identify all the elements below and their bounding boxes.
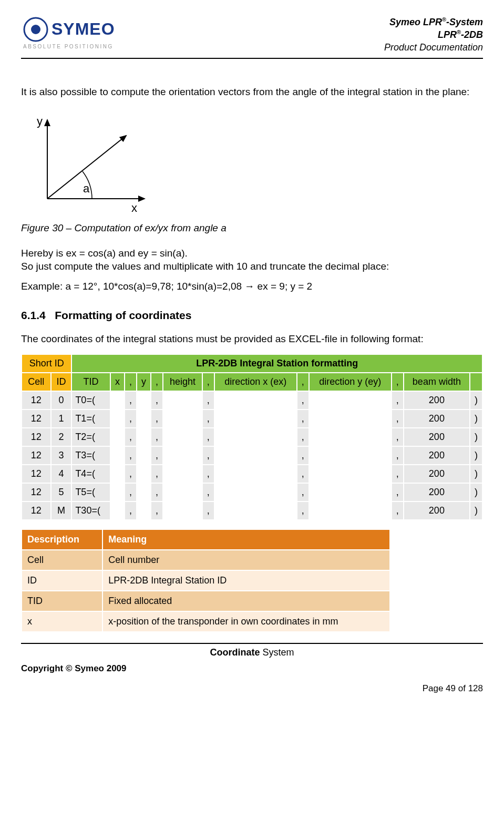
logo-block: SYMEO ABSOLUTE POSITIONING (21, 16, 126, 53)
page-header: SYMEO ABSOLUTE POSITIONING Symeo LPR®-Sy… (21, 16, 483, 59)
col-short-id: Short ID (22, 354, 71, 373)
formatting-table: Short ID LPR-2DB Integral Station format… (21, 354, 483, 520)
footer-copyright: Copyright © Symeo 2009 (21, 663, 483, 674)
table-row: 122T2=(,,,,,200) (22, 428, 482, 446)
col-comma: , (202, 373, 214, 391)
col-dirx: direction x (ex) (214, 373, 297, 391)
table-row: 121T1=(,,,,,200) (22, 409, 482, 428)
col-main-title: LPR-2DB Integral Station formatting (71, 354, 482, 373)
paragraph-intro: It is also possible to compute the orien… (21, 85, 483, 99)
col-comma: , (392, 373, 404, 391)
col-comma: , (297, 373, 309, 391)
svg-text:SYMEO: SYMEO (52, 19, 115, 38)
table-row: xx-position of the transponder in own co… (22, 611, 390, 632)
description-table: Description Meaning CellCell numberIDLPR… (21, 529, 390, 632)
svg-text:x: x (131, 201, 137, 214)
angle-diagram: y x a (21, 109, 483, 217)
table-row: TIDFixed allocated (22, 591, 390, 611)
col-cell: Cell (22, 373, 51, 391)
col-id: ID (51, 373, 72, 391)
footer-page-number: Page 49 of 128 (21, 683, 483, 694)
header-right-text: Symeo LPR®-System LPR®-2DB Product Docum… (384, 16, 483, 54)
figure-caption: Figure 30 – Computation of ex/yx from an… (21, 222, 483, 234)
table-row: CellCell number (22, 550, 390, 570)
col-height: height (163, 373, 202, 391)
paragraph-formula: Hereby is ex = cos(a) and ey = sin(a). S… (21, 247, 483, 273)
table-row: IDLPR-2DB Integral Station ID (22, 570, 390, 591)
table-row: 124T4=(,,,,,200) (22, 465, 482, 483)
page-footer: Coordinate System Copyright © Symeo 2009… (21, 643, 483, 694)
section-heading: 6.1.4 Formatting of coordinates (21, 309, 483, 322)
col-y: y (137, 373, 151, 391)
footer-section-title: Coordinate System (21, 647, 483, 658)
svg-text:ABSOLUTE POSITIONING: ABSOLUTE POSITIONING (23, 44, 114, 49)
col-x: x (110, 373, 125, 391)
col-description: Description (22, 529, 102, 550)
paragraph-format: The coordinates of the integral stations… (21, 332, 483, 346)
svg-text:y: y (37, 115, 43, 128)
paragraph-example: Example: a = 12°, 10*cos(a)=9,78; 10*sin… (21, 280, 483, 293)
table-row: 125T5=(,,,,,200) (22, 483, 482, 501)
table-row: 120T0=(,,,,,200) (22, 391, 482, 409)
col-comma: , (125, 373, 137, 391)
table-row: 12MT30=(,,,,,200) (22, 501, 482, 520)
col-tid: TID (71, 373, 110, 391)
col-beam: beam width (404, 373, 470, 391)
svg-text:a: a (83, 182, 90, 195)
col-diry: direction y (ey) (309, 373, 392, 391)
symeo-logo-icon: SYMEO ABSOLUTE POSITIONING (21, 16, 126, 53)
col-comma: , (151, 373, 163, 391)
svg-point-1 (31, 25, 40, 34)
table-row: 123T3=(,,,,,200) (22, 446, 482, 465)
col-meaning: Meaning (102, 529, 390, 550)
